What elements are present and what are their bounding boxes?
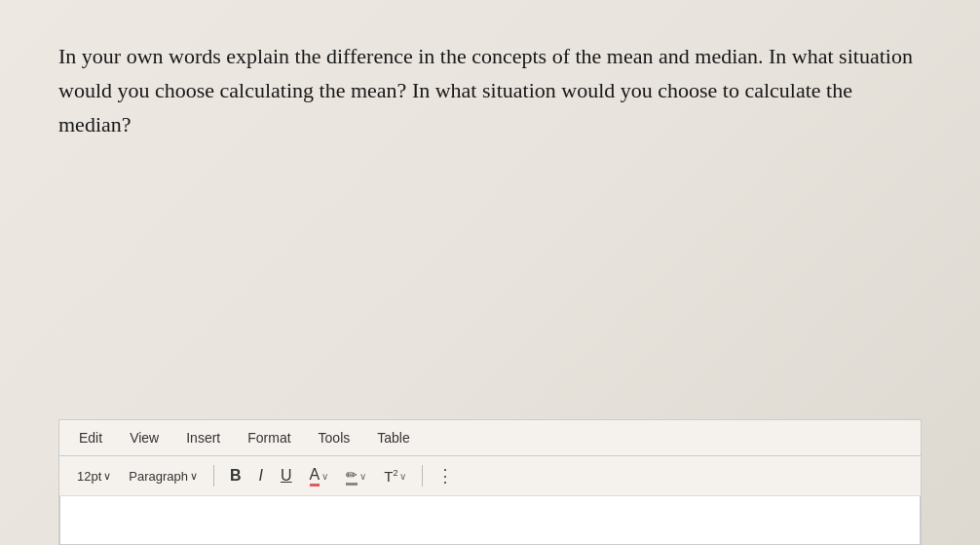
paragraph-select[interactable]: Paragraph ∨ [123, 466, 204, 487]
editor-area: Edit View Insert Format Tools Table 12pt… [58, 419, 922, 545]
main-container: In your own words explain the difference… [0, 0, 980, 545]
font-size-select[interactable]: 12pt ∨ [71, 466, 117, 487]
underline-button[interactable]: U [275, 464, 298, 487]
toolbar-divider-2 [422, 465, 423, 487]
italic-button[interactable]: I [253, 464, 269, 487]
font-color-a-icon: A [310, 466, 320, 487]
menu-bar: Edit View Insert Format Tools Table [59, 420, 921, 456]
highlight-button[interactable]: ✏ ∨ [340, 464, 372, 488]
toolbar-divider-1 [213, 465, 214, 487]
highlight-pencil-icon: ✏ [346, 467, 358, 486]
superscript-t2-icon: T2 [384, 468, 397, 485]
toolbar: 12pt ∨ Paragraph ∨ B I U A [59, 456, 921, 496]
font-size-value: 12pt [77, 469, 101, 484]
menu-format[interactable]: Format [244, 428, 294, 448]
superscript-button[interactable]: T2 ∨ [378, 465, 412, 487]
menu-insert[interactable]: Insert [182, 428, 224, 448]
editor-content-area[interactable] [59, 496, 921, 545]
font-color-button[interactable]: A ∨ [304, 463, 335, 489]
menu-table[interactable]: Table [373, 428, 413, 448]
menu-edit[interactable]: Edit [75, 428, 106, 448]
superscript-chevron-icon: ∨ [399, 471, 406, 482]
more-options-button[interactable]: ⋮ [433, 462, 459, 489]
bold-button[interactable]: B [224, 464, 247, 487]
menu-view[interactable]: View [126, 428, 163, 448]
highlight-chevron-icon: ∨ [359, 471, 366, 482]
menu-tools[interactable]: Tools [315, 428, 355, 448]
paragraph-label: Paragraph [129, 469, 188, 484]
font-color-bar [310, 484, 320, 487]
highlight-color-bar [346, 483, 358, 486]
font-size-chevron-icon: ∨ [103, 470, 111, 483]
paragraph-chevron-icon: ∨ [190, 470, 198, 483]
font-color-chevron-icon: ∨ [321, 471, 328, 482]
question-text: In your own words explain the difference… [58, 39, 922, 142]
